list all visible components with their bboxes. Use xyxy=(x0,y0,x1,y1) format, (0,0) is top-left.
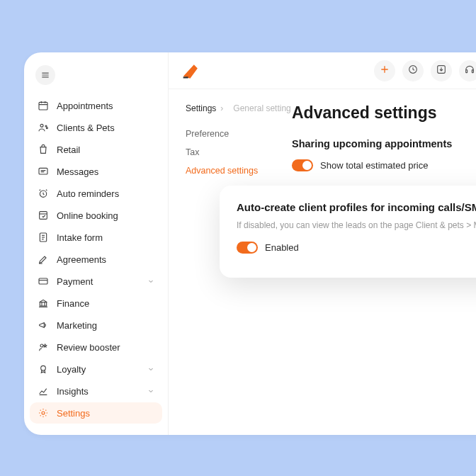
sidebar-item-appointments[interactable]: Appointments xyxy=(30,95,162,116)
sidebar-item-label: Marketing xyxy=(57,320,97,331)
card-description: If disabled, you can view the leads on t… xyxy=(237,220,476,230)
svg-point-27 xyxy=(40,344,43,347)
support-button[interactable] xyxy=(459,60,476,81)
sidebar-item-label: Clients & Pets xyxy=(57,123,115,133)
clients-icon xyxy=(37,121,50,134)
sidebar-item-label: Settings xyxy=(57,408,90,419)
breadcrumb: Settings›General setting xyxy=(186,103,292,113)
review-icon xyxy=(37,341,50,353)
sidebar-item-label: Review booster xyxy=(57,342,120,353)
breadcrumb-root[interactable]: Settings xyxy=(186,103,216,113)
sidebar-item-marketing[interactable]: Marketing xyxy=(30,314,162,336)
loyalty-icon xyxy=(37,363,50,375)
sidebar-item-insights[interactable]: Insights xyxy=(30,380,162,402)
clock-icon xyxy=(407,64,419,78)
sidebar-item-retail[interactable]: Retail xyxy=(30,139,162,160)
svg-point-8 xyxy=(45,125,47,127)
retail-icon xyxy=(37,143,50,156)
sidebar-item-label: Retail xyxy=(57,144,80,155)
bank-icon xyxy=(37,297,50,310)
sidebar-item-payment[interactable]: Payment xyxy=(30,271,162,292)
svg-point-7 xyxy=(40,124,43,127)
svg-point-30 xyxy=(42,412,45,414)
section-sharing-title: Sharing upcoming appointments xyxy=(292,138,476,149)
svg-rect-37 xyxy=(472,69,473,72)
gear-icon xyxy=(37,407,50,419)
auto-create-card: Auto-create client profiles for incoming… xyxy=(220,186,476,278)
sidebar-item-label: Intake form xyxy=(57,232,103,243)
svg-rect-21 xyxy=(39,278,47,284)
sidebar-item-finance[interactable]: Finance xyxy=(30,293,162,314)
messages-icon xyxy=(37,165,50,178)
form-icon xyxy=(37,231,50,244)
headset-icon xyxy=(464,64,475,78)
add-button[interactable] xyxy=(374,60,395,81)
clock-alert-icon xyxy=(37,187,50,200)
sidebar-item-agreements[interactable]: Agreements xyxy=(30,249,162,270)
pen-icon xyxy=(37,253,50,266)
toggle-auto-create-label: Enabled xyxy=(265,242,299,253)
sidebar-item-loyalty[interactable]: Loyalty xyxy=(30,358,162,380)
app-logo xyxy=(180,61,200,81)
svg-rect-36 xyxy=(466,69,468,72)
sidebar-item-label: Auto reminders xyxy=(57,188,119,199)
chart-icon xyxy=(37,385,50,397)
download-icon xyxy=(436,64,447,78)
svg-rect-10 xyxy=(39,168,47,174)
sidebar-item-label: Messages xyxy=(57,166,98,177)
chevron-down-icon xyxy=(147,277,155,285)
booking-icon xyxy=(37,209,50,222)
subnav-item-preference[interactable]: Preference xyxy=(186,125,292,143)
card-title: Auto-create client profiles for incoming… xyxy=(237,201,476,213)
sidebar-item-clients-pets[interactable]: Clients & Pets xyxy=(30,117,162,138)
sidebar: AppointmentsClients & PetsRetailMessages… xyxy=(24,52,169,435)
sidebar-item-auto-reminders[interactable]: Auto reminders xyxy=(30,183,162,204)
sidebar-item-online-booking[interactable]: Online booking xyxy=(30,205,162,226)
sidebar-item-label: Appointments xyxy=(57,101,113,111)
sidebar-item-settings[interactable]: Settings xyxy=(30,402,162,424)
sidebar-item-label: Agreements xyxy=(57,254,106,265)
history-button[interactable] xyxy=(402,60,424,81)
plus-icon xyxy=(379,64,390,78)
sidebar-item-label: Loyalty xyxy=(57,364,86,375)
sidebar-item-intake-form[interactable]: Intake form xyxy=(30,227,162,248)
megaphone-icon xyxy=(37,319,50,332)
calendar-icon xyxy=(37,99,50,112)
svg-rect-23 xyxy=(40,302,46,306)
toggle-show-price[interactable] xyxy=(292,159,313,171)
sidebar-item-label: Online booking xyxy=(57,210,118,221)
toggle-auto-create[interactable] xyxy=(237,242,258,254)
topbar xyxy=(169,52,476,89)
sidebar-item-messages[interactable]: Messages xyxy=(30,161,162,182)
download-button[interactable] xyxy=(431,60,452,81)
svg-rect-14 xyxy=(40,212,47,220)
toggle-show-price-label: Show total estimated price xyxy=(320,160,428,171)
payment-icon xyxy=(37,275,50,288)
chevron-down-icon xyxy=(147,365,155,373)
toggle-enabled-row: Enabled xyxy=(237,242,476,254)
page-title: Advanced settings xyxy=(292,103,476,123)
svg-point-9 xyxy=(46,128,47,129)
svg-rect-3 xyxy=(39,102,47,110)
sidebar-item-label: Payment xyxy=(57,276,93,287)
sidebar-item-label: Insights xyxy=(57,386,89,397)
subnav-item-advanced-settings[interactable]: Advanced settings xyxy=(186,162,292,180)
menu-toggle-button[interactable] xyxy=(35,65,55,85)
toggle-show-price-row: Show total estimated price xyxy=(292,159,476,171)
sidebar-item-label: Finance xyxy=(57,298,89,309)
breadcrumb-current: General setting xyxy=(233,103,290,113)
sidebar-item-review-booster[interactable]: Review booster xyxy=(30,336,162,358)
subnav-item-tax[interactable]: Tax xyxy=(186,143,292,162)
chevron-down-icon xyxy=(147,387,155,395)
svg-point-28 xyxy=(41,366,46,370)
